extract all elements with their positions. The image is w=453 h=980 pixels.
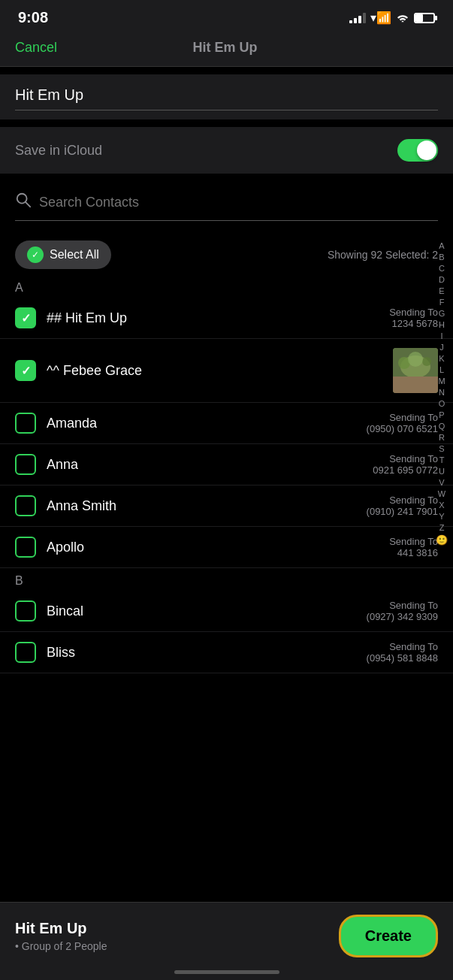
alpha-z[interactable]: Z	[433, 522, 450, 533]
alpha-y[interactable]: Y	[433, 511, 450, 522]
alpha-c[interactable]: C	[433, 263, 450, 274]
contacts-list: A ✓ ## Hit Em Up Sending To 1234 5678 ✓ …	[0, 275, 453, 764]
sending-label: Sending To	[373, 453, 438, 464]
sending-label: Sending To	[367, 641, 438, 652]
contact-name: Bincal	[47, 603, 367, 619]
alpha-s[interactable]: S	[433, 443, 450, 454]
list-item[interactable]: ✓ ## Hit Em Up Sending To 1234 5678	[0, 298, 453, 339]
contact-checkbox[interactable]	[15, 413, 36, 434]
contact-right: Sending To (0910) 241 7901	[367, 495, 438, 517]
select-all-check-icon: ✓	[27, 247, 44, 263]
contact-right: Sending To 1234 5678	[389, 307, 438, 329]
alpha-w[interactable]: W	[433, 488, 450, 499]
contact-right: Sending To (0954) 581 8848	[367, 641, 438, 664]
svg-point-7	[408, 352, 423, 367]
list-item[interactable]: Bincal Sending To (0927) 342 9309	[0, 591, 453, 632]
cancel-button[interactable]: Cancel	[15, 40, 57, 56]
alpha-o[interactable]: O	[433, 398, 450, 409]
status-bar: 9:08 ▾📶	[0, 0, 453, 32]
thumbnail-image	[393, 348, 438, 393]
alphabet-index: A B C D E F G H I J K L M N O P Q R S T …	[433, 240, 450, 546]
contact-phone: (0910) 241 7901	[367, 506, 438, 517]
bottom-info: Hit Em Up • Group of 2 People	[15, 920, 339, 952]
alpha-r[interactable]: R	[433, 432, 450, 443]
section-header-b: B	[0, 568, 453, 591]
list-item[interactable]: ✓ ^^ Febee Grace	[0, 339, 453, 403]
search-input[interactable]	[39, 195, 438, 210]
contact-phone: (0954) 581 8848	[367, 652, 438, 664]
bottom-bar: Hit Em Up • Group of 2 People Create	[0, 902, 453, 980]
contact-phone: 0921 695 0772	[373, 464, 438, 476]
wifi-icon: ▾📶	[370, 11, 391, 25]
icloud-toggle[interactable]	[397, 139, 438, 162]
alpha-n[interactable]: N	[433, 387, 450, 398]
alpha-u[interactable]: U	[433, 466, 450, 476]
contact-name: Amanda	[47, 416, 367, 431]
contact-checkbox[interactable]: ✓	[15, 360, 36, 381]
contact-name: ## Hit Em Up	[47, 310, 389, 326]
battery-icon	[414, 13, 435, 23]
search-bar	[15, 192, 438, 221]
bottom-title: Hit Em Up	[15, 920, 339, 937]
check-mark-icon: ✓	[21, 364, 31, 378]
alpha-l[interactable]: L	[433, 364, 450, 375]
alpha-i[interactable]: I	[433, 331, 450, 341]
sending-label: Sending To	[367, 600, 438, 611]
contact-thumbnail	[393, 348, 438, 393]
contact-right: Sending To (0950) 070 6521	[367, 412, 438, 434]
icloud-label: Save in iCloud	[15, 143, 102, 159]
contact-phone: 441 3816	[389, 547, 438, 558]
status-time: 9:08	[18, 9, 48, 26]
list-item[interactable]: Apollo Sending To 441 3816	[0, 527, 453, 568]
alpha-k[interactable]: K	[433, 353, 450, 364]
search-icon	[15, 192, 32, 213]
list-item[interactable]: Bliss Sending To (0954) 581 8848	[0, 632, 453, 673]
showing-info: Showing 92 Selected: 2	[328, 249, 438, 261]
nav-title: Hit Em Up	[193, 40, 258, 56]
contact-checkbox[interactable]	[15, 600, 36, 622]
search-section	[0, 181, 453, 231]
icloud-section: Save in iCloud	[0, 127, 453, 174]
alpha-g[interactable]: G	[433, 308, 450, 319]
alpha-a[interactable]: A	[433, 240, 450, 251]
alpha-h[interactable]: H	[433, 319, 450, 330]
title-section	[0, 74, 453, 119]
svg-point-6	[422, 357, 431, 366]
contact-checkbox[interactable]	[15, 495, 36, 516]
contact-checkbox[interactable]	[15, 642, 36, 663]
alpha-j[interactable]: J	[433, 342, 450, 352]
alpha-f[interactable]: F	[433, 297, 450, 307]
alpha-x[interactable]: X	[433, 500, 450, 510]
home-indicator	[174, 970, 279, 974]
select-all-button[interactable]: ✓ Select All	[15, 240, 111, 269]
status-icons: ▾📶	[349, 11, 435, 25]
sending-label: Sending To	[389, 307, 438, 318]
select-all-label: Select All	[50, 248, 99, 262]
create-button[interactable]: Create	[339, 915, 438, 957]
alpha-v[interactable]: V	[433, 477, 450, 488]
alpha-q[interactable]: Q	[433, 421, 450, 431]
contact-checkbox[interactable]	[15, 537, 36, 558]
bottom-subtitle: • Group of 2 People	[15, 940, 339, 952]
list-item[interactable]: Anna Sending To 0921 695 0772	[0, 444, 453, 485]
alpha-t[interactable]: T	[433, 455, 450, 465]
alpha-d[interactable]: D	[433, 274, 450, 285]
list-item[interactable]: Anna Smith Sending To (0910) 241 7901	[0, 485, 453, 527]
alpha-e[interactable]: E	[433, 286, 450, 296]
svg-line-1	[26, 202, 30, 207]
toggle-knob	[417, 141, 436, 160]
contact-phone: (0950) 070 6521	[367, 423, 438, 434]
alpha-m[interactable]: M	[433, 376, 450, 386]
contact-name: Anna Smith	[47, 498, 367, 514]
contact-checkbox[interactable]: ✓	[15, 307, 36, 328]
alpha-b[interactable]: B	[433, 252, 450, 262]
contact-checkbox[interactable]	[15, 454, 36, 475]
alpha-p[interactable]: P	[433, 410, 450, 420]
contact-name: Anna	[47, 457, 373, 473]
alpha-emoji[interactable]: 🙂	[433, 534, 450, 546]
list-item[interactable]: Amanda Sending To (0950) 070 6521	[0, 403, 453, 444]
title-input[interactable]	[15, 86, 438, 110]
contact-right: Sending To (0927) 342 9309	[367, 600, 438, 622]
wifi-icon	[396, 13, 409, 23]
contact-right: Sending To 441 3816	[389, 536, 438, 558]
